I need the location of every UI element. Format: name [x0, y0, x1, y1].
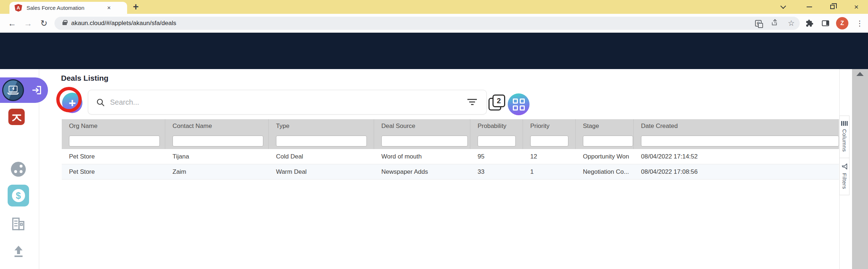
- window-close-button[interactable]: ×: [851, 0, 861, 14]
- cell-priority: 1: [523, 164, 576, 179]
- cell-probability: 33: [470, 164, 523, 179]
- cell-priority: 12: [523, 149, 576, 164]
- filter-input-deal-source[interactable]: [381, 136, 468, 146]
- browser-tab-strip: A Sales Force Automation × + ×: [0, 0, 868, 14]
- filter-input-org-name[interactable]: [69, 136, 160, 146]
- filter-input-probability[interactable]: [478, 136, 516, 146]
- tab-title: Sales Force Automation: [27, 5, 106, 11]
- login-arrow-icon: [31, 85, 42, 97]
- filter-input-contact-name[interactable]: [173, 136, 263, 146]
- cell-stage: Negotiation Co...: [576, 164, 634, 179]
- page-scrollbar[interactable]: [852, 69, 868, 269]
- translate-icon[interactable]: G: [755, 20, 762, 27]
- browser-toolbar: ← → ↻ akaun.cloud/#/applets/akaun/sfa/de…: [0, 14, 868, 33]
- address-bar[interactable]: akaun.cloud/#/applets/akaun/sfa/deals G …: [54, 17, 800, 30]
- browser-profile-avatar[interactable]: Z: [836, 14, 848, 33]
- filter-input-priority[interactable]: [530, 136, 568, 146]
- back-button[interactable]: ←: [6, 14, 18, 33]
- side-tab-strip: Columns Filters: [839, 116, 849, 195]
- forward-button[interactable]: →: [22, 14, 34, 33]
- upload-icon: [12, 244, 25, 258]
- table-header: Org Name Contact Name Type Deal Source P…: [62, 119, 839, 149]
- pages-count-badge: 2: [492, 95, 505, 107]
- dots-circle-icon: [20, 165, 23, 168]
- sidebar-item-apps-grid[interactable]: [11, 135, 25, 149]
- window-minimize-button[interactable]: [804, 0, 814, 14]
- scrollbar-up-arrow-icon[interactable]: [856, 72, 864, 76]
- cell-probability: 95: [470, 149, 523, 164]
- table-row[interactable]: Pet Store Zaim Warm Deal Newspaper Adds …: [62, 164, 839, 180]
- tab-columns[interactable]: Columns: [840, 116, 849, 158]
- grid-view-icon: [513, 99, 525, 111]
- building-icon: [11, 216, 26, 232]
- tab-search-chevron-icon[interactable]: [778, 0, 788, 14]
- lock-icon[interactable]: [62, 22, 67, 25]
- cell-stage: Opportunity Won: [576, 149, 634, 164]
- sidebar-item-cluster[interactable]: [11, 162, 26, 177]
- cell-type: Warm Deal: [269, 164, 374, 179]
- pages-button[interactable]: 2: [488, 95, 506, 112]
- angular-favicon-icon: A: [15, 4, 22, 12]
- annotation-circle: [56, 87, 82, 112]
- tab-close-icon[interactable]: ×: [107, 4, 111, 12]
- cell-org-name: Pet Store: [62, 164, 165, 179]
- cell-date-created: 08/04/2022 17:08:56: [634, 164, 839, 179]
- laptop-bolt-icon: [2, 79, 24, 101]
- browser-tab[interactable]: A Sales Force Automation ×: [9, 2, 127, 14]
- side-panel-icon[interactable]: [819, 14, 832, 33]
- filters-funnel-icon: [841, 163, 848, 170]
- search-box: [88, 90, 487, 115]
- screen: A Sales Force Automation × + × ← → ↻ aka…: [0, 0, 868, 269]
- new-tab-button[interactable]: +: [133, 1, 139, 13]
- columns-bars-icon: [841, 121, 847, 126]
- bookmark-star-icon[interactable]: ☆: [788, 19, 795, 28]
- search-filter-icon[interactable]: [467, 99, 477, 107]
- tab-filters[interactable]: Filters: [840, 158, 849, 195]
- search-input[interactable]: [88, 90, 486, 114]
- app-body: $ Deals Listing +: [0, 69, 868, 269]
- app-header: akaun: [0, 33, 868, 69]
- sidebar-item-active-applet[interactable]: [0, 77, 48, 103]
- cell-date-created: 08/04/2022 17:14:52: [634, 149, 839, 164]
- window-restore-button[interactable]: [827, 0, 837, 14]
- url-text: akaun.cloud/#/applets/akaun/sfa/deals: [71, 20, 176, 27]
- cell-contact-name: Zaim: [165, 164, 269, 179]
- cell-type: Cold Deal: [269, 149, 374, 164]
- filter-input-type[interactable]: [276, 136, 367, 146]
- extensions-puzzle-icon[interactable]: [803, 14, 816, 33]
- cell-org-name: Pet Store: [62, 149, 165, 164]
- dollar-circle-icon: $: [12, 189, 25, 202]
- grid-view-button[interactable]: [508, 93, 530, 115]
- filter-input-stage[interactable]: [583, 136, 633, 146]
- cell-deal-source: Newspaper Adds: [374, 164, 470, 179]
- browser-menu-kebab-icon[interactable]: ⋮: [853, 14, 866, 33]
- page-title: Deals Listing: [61, 74, 109, 83]
- filter-input-date-created[interactable]: [641, 136, 839, 146]
- share-icon[interactable]: [771, 19, 778, 28]
- cell-contact-name: Tijana: [165, 149, 269, 164]
- sidebar-item-organization[interactable]: [11, 216, 26, 232]
- reload-button[interactable]: ↻: [38, 14, 50, 33]
- cell-deal-source: Word of mouth: [374, 149, 470, 164]
- sidebar-item-upload[interactable]: [12, 244, 25, 258]
- table-row[interactable]: Pet Store Tijana Cold Deal Word of mouth…: [62, 149, 839, 164]
- sidebar: $: [0, 69, 39, 269]
- sidebar-item-calligraphy-app[interactable]: [8, 109, 25, 125]
- calligraphy-icon: [11, 111, 23, 123]
- table-filter-row: [62, 136, 839, 149]
- sidebar-item-finance[interactable]: $: [8, 185, 29, 206]
